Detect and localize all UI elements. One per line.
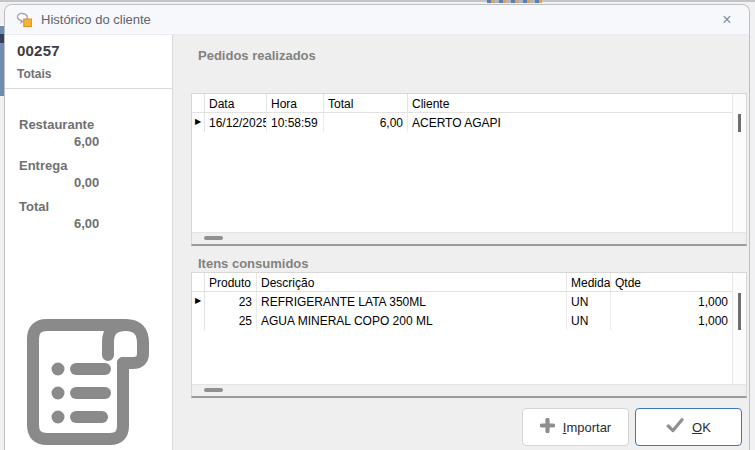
stat-restaurante: Restaurante 6,00 <box>19 117 172 149</box>
stat-total: Total 6,00 <box>19 199 172 231</box>
cell-medida: UN <box>567 292 611 311</box>
close-icon[interactable]: × <box>715 9 739 30</box>
cell-produto: 25 <box>205 311 257 330</box>
check-icon <box>666 418 684 436</box>
window-title: Histórico do cliente <box>41 12 151 27</box>
indicator-column-header <box>192 94 205 112</box>
cell-qtde: 1,000 <box>611 292 733 311</box>
orders-table-header: Data Hora Total Cliente <box>192 94 746 113</box>
scrollbar-thumb[interactable] <box>738 293 741 330</box>
column-header-produto[interactable]: Produto <box>205 273 257 291</box>
vertical-scrollbar[interactable] <box>732 94 746 233</box>
orders-section-title: Pedidos realizados <box>198 48 316 63</box>
main-content: Pedidos realizados Data Hora Total Clien… <box>174 35 749 450</box>
stat-label: Total <box>19 199 172 214</box>
cell-descricao: AGUA MINERAL COPO 200 ML <box>257 311 567 330</box>
ok-button-label: OK <box>692 420 711 435</box>
ok-button[interactable]: OK <box>635 408 742 446</box>
scrollbar-thumb[interactable] <box>738 114 741 132</box>
background-top-edge <box>0 0 755 2</box>
importar-button[interactable]: Importar <box>522 408 629 446</box>
horizontal-scrollbar[interactable] <box>192 384 746 396</box>
column-header-qtde[interactable]: Qtde <box>611 273 733 291</box>
sidebar-header: 00257 Totais <box>5 35 172 89</box>
stat-value: 0,00 <box>19 175 172 190</box>
current-row-indicator: ▶ <box>192 113 205 132</box>
stat-label: Restaurante <box>19 117 172 132</box>
column-header-hora[interactable]: Hora <box>267 94 324 112</box>
sidebar: 00257 Totais Restaurante 6,00 Entrega 0,… <box>5 35 173 450</box>
cell-hora: 10:58:59 <box>267 113 324 132</box>
plus-icon <box>540 418 555 436</box>
cell-medida: UN <box>567 311 611 330</box>
table-row[interactable]: ▶ 16/12/2025 10:58:59 6,00 ACERTO AGAPI <box>192 113 746 132</box>
receipt-icon <box>21 316 159 450</box>
totals-label: Totais <box>17 67 160 81</box>
scrollbar-thumb[interactable] <box>204 236 223 240</box>
customer-history-dialog: Histórico do cliente × 00257 Totais Rest… <box>4 4 750 450</box>
stat-label: Entrega <box>19 158 172 173</box>
window-icon <box>15 12 33 28</box>
column-header-cliente[interactable]: Cliente <box>408 94 733 112</box>
cell-total: 6,00 <box>324 113 408 132</box>
items-section-title: Itens consumidos <box>198 256 309 271</box>
cell-data: 16/12/2025 <box>205 113 267 132</box>
horizontal-scrollbar[interactable] <box>192 232 746 244</box>
column-header-descricao[interactable]: Descrição <box>257 273 567 291</box>
vertical-scrollbar[interactable] <box>732 273 746 385</box>
cell-cliente: ACERTO AGAPI <box>408 113 733 132</box>
stat-value: 6,00 <box>19 216 172 231</box>
indicator-column-header <box>192 273 205 291</box>
column-header-medida[interactable]: Medida <box>567 273 611 291</box>
table-row[interactable]: 25 AGUA MINERAL COPO 200 ML UN 1,000 <box>192 311 746 330</box>
totals-list: Restaurante 6,00 Entrega 0,00 Total 6,00 <box>5 89 172 231</box>
stat-entrega: Entrega 0,00 <box>19 158 172 190</box>
row-indicator-empty <box>192 311 205 330</box>
current-row-indicator: ▶ <box>192 292 205 311</box>
cell-produto: 23 <box>205 292 257 311</box>
cell-qtde: 1,000 <box>611 311 733 330</box>
items-table: Produto Descrição Medida Qtde ▶ 23 REFRI… <box>191 272 747 398</box>
orders-table: Data Hora Total Cliente ▶ 16/12/2025 10:… <box>191 93 747 246</box>
customer-code: 00257 <box>17 42 160 59</box>
column-header-total[interactable]: Total <box>324 94 408 112</box>
scrollbar-thumb[interactable] <box>204 388 223 392</box>
importar-button-label: Importar <box>563 420 611 435</box>
background-window-fragment <box>487 0 542 3</box>
stat-value: 6,00 <box>19 134 172 149</box>
items-table-header: Produto Descrição Medida Qtde <box>192 273 746 292</box>
column-header-data[interactable]: Data <box>205 94 267 112</box>
window-titlebar[interactable]: Histórico do cliente × <box>5 5 749 35</box>
cell-descricao: REFRIGERANTE LATA 350ML <box>257 292 567 311</box>
table-row[interactable]: ▶ 23 REFRIGERANTE LATA 350ML UN 1,000 <box>192 292 746 311</box>
